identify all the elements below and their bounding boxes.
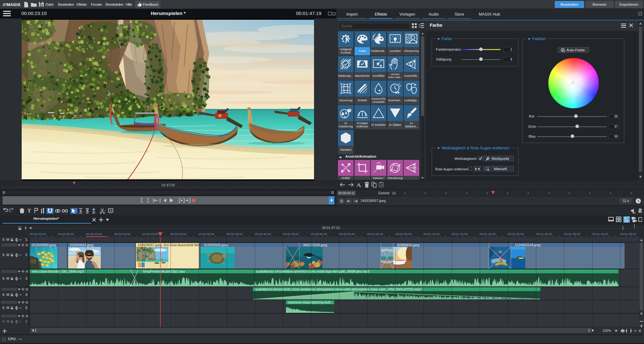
svg-text:,00:01:00:00: ,00:01:00:00 <box>366 232 383 236</box>
svg-text:,00:00:25:00: ,00:00:25:00 <box>170 232 187 236</box>
svg-text:,00:01:05:00: ,00:01:05:00 <box>395 232 412 236</box>
svg-text:995171525.jpeg: 995171525.jpeg <box>303 243 327 247</box>
svg-text:explosion-blast-lightning-bolt: explosion-blast-lightning-bolt... <box>288 300 333 304</box>
svg-text:,00:01:35:00: ,00:01:35:00 <box>563 232 580 236</box>
svg-text:,00:01:15:00: ,00:01:15:00 <box>451 232 468 236</box>
svg-text:,00:01:20:00: ,00:01:20:00 <box>479 232 496 236</box>
svg-text:245928057.jpeg Rot Grün Aussc: 245928057.jpeg Rot Grün Ausschnitt We... <box>138 243 202 247</box>
svg-text:,00:00:40:00: ,00:00:40:00 <box>254 232 271 236</box>
svg-text:,00:01:40:00: ,00:01:40:00 <box>591 232 608 236</box>
svg-text:audioblocks-14-collettivo-armo: audioblocks-14-collettivo-armonico-carlo… <box>256 269 369 273</box>
svg-text:,00:00:10:00: ,00:00:10:00 <box>85 232 102 236</box>
svg-text:audioblocks-forest-birds-close: audioblocks-forest-birds-close-ambience-… <box>255 287 421 291</box>
svg-text:very-close-thunder_Gkl_1B4d.mp: very-close-thunder_Gkl_1B4d.mp3 <box>32 269 84 273</box>
svg-text:,00:00:45:00: ,00:00:45:00 <box>282 232 299 236</box>
svg-text:,00:00:30:00: ,00:00:30:00 <box>198 232 215 236</box>
svg-text:,00:00:55:00: ,00:00:55:00 <box>338 232 355 236</box>
svg-text:82889826.jpeg: 82889826.jpeg <box>397 243 420 247</box>
svg-text:TempPreviewAudioClip1.wav: TempPreviewAudioClip1.wav <box>142 269 185 273</box>
svg-text:,00:01:45:00: ,00:01:45:00 <box>619 232 636 236</box>
svg-text:318594944.jpeg: 318594944.jpeg <box>70 243 93 247</box>
svg-text:,00:00:20:00: ,00:00:20:00 <box>142 232 158 236</box>
svg-text:,00:01:25:00: ,00:01:25:00 <box>507 232 524 236</box>
svg-text:,00:00:15:00: ,00:00:15:00 <box>113 232 130 236</box>
svg-text:510035935.jpeg: 510035935.jpeg <box>204 243 228 247</box>
svg-text:T: T <box>27 208 31 214</box>
svg-text:,00:00:50:00: ,00:00:50:00 <box>310 232 327 236</box>
svg-text:,00:01:30:00: ,00:01:30:00 <box>535 232 552 236</box>
svg-text:,00:00:05:00: ,00:00:05:00 <box>57 232 74 236</box>
svg-text:,00:00:00:00: ,00:00:00:00 <box>29 232 46 236</box>
svg-text:1124553144.jpeg: 1124553144.jpeg <box>515 243 541 247</box>
svg-text:313342890.jpeg: 313342890.jpeg <box>32 243 56 247</box>
svg-text:,00:00:35:00: ,00:00:35:00 <box>226 232 243 236</box>
svg-text:,00:01:10:00: ,00:01:10:00 <box>423 232 440 236</box>
